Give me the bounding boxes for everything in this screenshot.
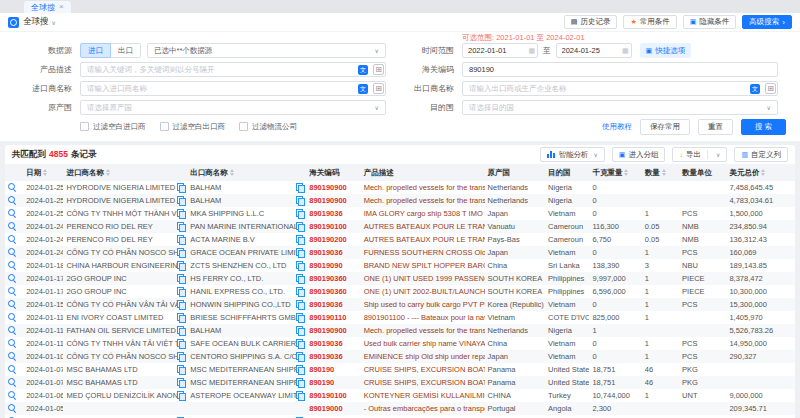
data-source-select[interactable]: 已选中**个数据源 ∨ — [147, 43, 386, 58]
copy-icon[interactable] — [296, 365, 304, 374]
advanced-search-button[interactable]: 高级搜索 › — [742, 15, 792, 29]
enter-group-button[interactable]: ▣ 进入分组 — [612, 147, 666, 162]
view-detail-icon[interactable] — [8, 235, 17, 244]
sort-icon[interactable] — [106, 169, 110, 176]
copy-icon[interactable] — [296, 235, 304, 244]
common-conditions-button[interactable]: ★ 常用条件 — [623, 15, 676, 29]
dest-select[interactable]: 请选择目的国 ∨ — [462, 100, 778, 115]
view-detail-icon[interactable] — [8, 222, 17, 231]
copy-icon[interactable] — [177, 352, 185, 361]
history-button[interactable]: ▤ 历史记录 — [564, 15, 618, 29]
copy-icon[interactable] — [177, 313, 185, 322]
view-detail-icon[interactable] — [8, 300, 17, 309]
sort-icon[interactable] — [761, 169, 765, 176]
copy-icon[interactable] — [296, 313, 304, 322]
view-detail-icon[interactable] — [8, 365, 17, 374]
filter-empty-exporter-checkbox[interactable]: 过滤空白出口商 — [160, 122, 226, 132]
col-header-2[interactable]: 出口商名称 — [187, 164, 306, 181]
copy-icon[interactable] — [177, 391, 185, 400]
batch-input-icon[interactable]: ⊞ — [373, 64, 384, 75]
tutorial-link[interactable]: 使用教程 — [602, 122, 632, 132]
copy-icon[interactable] — [177, 183, 185, 192]
copy-icon[interactable] — [177, 378, 185, 387]
copy-icon[interactable] — [296, 248, 304, 257]
sort-icon[interactable] — [43, 169, 47, 176]
view-detail-icon[interactable] — [8, 391, 17, 400]
copy-icon[interactable] — [296, 196, 304, 205]
view-detail-icon[interactable] — [8, 274, 17, 283]
exporter-input[interactable] — [462, 81, 778, 96]
copy-icon[interactable] — [177, 222, 185, 231]
copy-icon[interactable] — [296, 326, 304, 335]
col-header-1[interactable]: 进口商名称 — [63, 164, 187, 181]
export-button[interactable]: ↓ 导出 ∨ — [672, 147, 727, 162]
translate-icon[interactable]: 文 — [358, 65, 368, 75]
export-toggle[interactable]: 出口 — [111, 43, 141, 58]
view-detail-icon[interactable] — [8, 378, 17, 387]
view-detail-icon[interactable] — [8, 352, 17, 361]
copy-icon[interactable] — [177, 287, 185, 296]
translate-icon[interactable]: 文 — [358, 84, 368, 94]
col-header-7[interactable]: 千克重量 — [589, 164, 641, 181]
view-detail-icon[interactable] — [8, 209, 17, 218]
copy-icon[interactable] — [296, 222, 304, 231]
custom-columns-button[interactable]: ▥ 自定义列 — [734, 147, 788, 162]
copy-icon[interactable] — [296, 378, 304, 387]
view-detail-icon[interactable] — [8, 339, 17, 348]
quick-options-button[interactable]: ▣ 快捷选项 — [640, 43, 692, 58]
copy-icon[interactable] — [296, 183, 304, 192]
copy-icon[interactable] — [177, 209, 185, 218]
filter-logistics-checkbox[interactable]: 过滤物流公司 — [239, 122, 297, 132]
search-button[interactable]: 搜 索 — [741, 119, 786, 135]
sort-icon[interactable] — [662, 169, 666, 176]
view-detail-icon[interactable] — [8, 313, 17, 322]
copy-icon[interactable] — [177, 274, 185, 283]
copy-icon[interactable] — [296, 209, 304, 218]
reset-button[interactable]: 重置 — [698, 119, 733, 135]
batch-input-icon[interactable]: ⊞ — [373, 83, 384, 94]
copy-icon[interactable] — [177, 235, 185, 244]
view-detail-icon[interactable] — [8, 261, 17, 270]
copy-icon[interactable] — [296, 391, 304, 400]
chevron-down-icon[interactable]: ∨ — [716, 151, 720, 158]
date-from-input[interactable] — [462, 43, 538, 58]
copy-icon[interactable] — [177, 365, 185, 374]
hide-conditions-button[interactable]: ▣ 隐藏条件 — [683, 15, 737, 29]
copy-icon[interactable] — [177, 339, 185, 348]
copy-icon[interactable] — [296, 274, 304, 283]
col-header-0[interactable]: 日期 — [23, 164, 63, 181]
copy-icon[interactable] — [177, 261, 185, 270]
origin-select[interactable]: 请选择原产国 ∨ — [80, 100, 386, 115]
hs-code-input[interactable] — [462, 62, 778, 77]
view-detail-icon[interactable] — [8, 183, 17, 192]
sort-icon[interactable] — [230, 169, 234, 176]
importer-input[interactable] — [80, 81, 386, 96]
view-detail-icon[interactable] — [8, 404, 17, 413]
batch-input-icon[interactable]: ⊞ — [765, 83, 776, 94]
view-detail-icon[interactable] — [8, 196, 17, 205]
close-icon[interactable]: × — [59, 3, 64, 11]
copy-icon[interactable] — [177, 196, 185, 205]
col-header-8[interactable]: 数量 — [642, 164, 679, 181]
copy-icon[interactable] — [177, 248, 185, 257]
copy-icon[interactable] — [296, 352, 304, 361]
tab-global-search[interactable]: 全球搜 × — [24, 1, 71, 13]
copy-icon[interactable] — [296, 261, 304, 270]
copy-icon[interactable] — [296, 300, 304, 309]
view-detail-icon[interactable] — [8, 287, 17, 296]
smart-analysis-button[interactable]: 智能分析 ∨ — [540, 147, 604, 162]
chevron-down-icon[interactable]: ∨ — [52, 19, 56, 26]
import-toggle[interactable]: 进口 — [80, 43, 111, 58]
date-to-input[interactable] — [556, 43, 632, 58]
filter-empty-importer-checkbox[interactable]: 过滤空白进口商 — [80, 122, 146, 132]
copy-icon[interactable] — [177, 300, 185, 309]
col-header-10[interactable]: 美元总价 — [726, 164, 795, 181]
sort-icon[interactable] — [624, 169, 628, 176]
copy-icon[interactable] — [296, 287, 304, 296]
copy-icon[interactable] — [177, 326, 185, 335]
translate-icon[interactable]: 文 — [750, 84, 760, 94]
view-detail-icon[interactable] — [8, 248, 17, 257]
save-common-button[interactable]: 保存常用 — [640, 119, 690, 135]
copy-icon[interactable] — [296, 339, 304, 348]
view-detail-icon[interactable] — [8, 326, 17, 335]
